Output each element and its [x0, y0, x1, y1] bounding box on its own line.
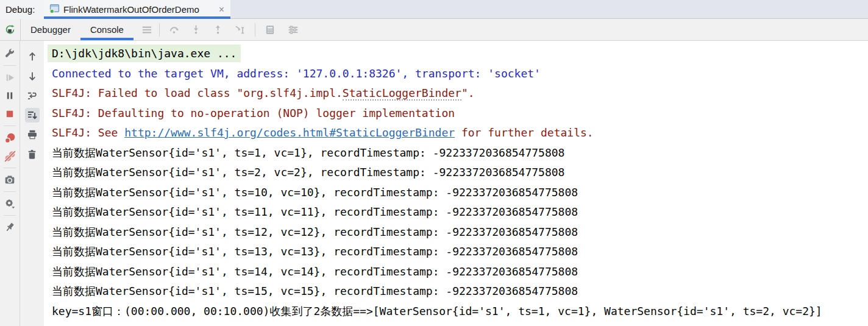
debug-tool-window-header: Debug: FlinkWatermarkOutOfOrderDemo ×: [0, 0, 868, 19]
console-line: key=s1窗口：(00:00.000, 00:10.000)收集到了2条数据=…: [52, 302, 868, 322]
active-tab-underline: [44, 16, 230, 19]
console-text: 当前数据WaterSensor{id='s1', ts=2, vc=2}, re…: [52, 166, 564, 179]
console-line: SLF4J: Failed to load class "org.slf4j.i…: [52, 83, 868, 104]
console-line: 当前数据WaterSensor{id='s1', ts=14, vc=14}, …: [52, 262, 868, 282]
pin-icon[interactable]: [3, 221, 16, 234]
evaluate-expression-icon[interactable]: [261, 21, 279, 38]
step-over-icon[interactable]: [166, 21, 183, 38]
debug-console-tab-icon: [49, 3, 60, 16]
clear-all-icon[interactable]: [25, 147, 40, 161]
separator: [4, 191, 16, 192]
console-output[interactable]: D:\jdk\jdk8\bin\java.exe ...Connected to…: [44, 41, 868, 326]
resume-icon[interactable]: [3, 71, 16, 84]
tab-debugger[interactable]: Debugger: [21, 19, 80, 40]
more-options-icon[interactable]: [138, 21, 155, 38]
scroll-up-icon[interactable]: [25, 49, 40, 64]
gear-icon[interactable]: [3, 197, 16, 210]
console-line: 当前数据WaterSensor{id='s1', ts=11, vc=11}, …: [52, 202, 868, 222]
console-line: SLF4J: Defaulting to no-operation (NOP) …: [52, 104, 868, 124]
debug-session-tab[interactable]: FlinkWatermarkOutOfOrderDemo ×: [44, 0, 230, 19]
tab-console[interactable]: Console: [80, 19, 133, 40]
header-fill: [230, 0, 868, 19]
mute-breakpoints-icon[interactable]: [3, 149, 16, 163]
console-text: SLF4J: Failed to load class "org.slf4j.i…: [52, 87, 343, 99]
console-line: 当前数据WaterSensor{id='s1', ts=12, vc=12}, …: [52, 222, 868, 243]
console-text: D:\jdk\jdk8\bin\java.exe ...: [48, 44, 241, 62]
console-text: SLF4J: See: [52, 126, 124, 139]
console-line: 当前数据WaterSensor{id='s1', ts=13, vc=13}, …: [52, 242, 868, 262]
console-text: 当前数据WaterSensor{id='s1', ts=1, vc=1}, re…: [52, 146, 564, 159]
console-line: SLF4J: See http://www.slf4j.org/codes.ht…: [52, 123, 868, 143]
console-line: 当前数据WaterSensor{id='s1', ts=10, vc=10}, …: [52, 183, 868, 203]
rerun-icon[interactable]: [0, 21, 20, 38]
debug-session-tab-title: FlinkWatermarkOutOfOrderDemo: [63, 4, 199, 15]
view-breakpoints-icon[interactable]: [3, 131, 16, 144]
console-text: 当前数据WaterSensor{id='s1', ts=14, vc=14}, …: [52, 265, 578, 278]
console-action-toolbar: [20, 41, 44, 326]
run-to-cursor-icon[interactable]: [232, 21, 249, 38]
settings-wrench-icon[interactable]: [3, 47, 16, 60]
step-into-icon[interactable]: [188, 21, 205, 38]
debugger-action-toolbar: [0, 41, 20, 326]
separator: [4, 168, 16, 168]
console-text: key=s1窗口：(00:00.000, 00:10.000)收集到了2条数据=…: [52, 305, 822, 317]
toolbar-separator: [159, 23, 160, 37]
console-text: 当前数据WaterSensor{id='s1', ts=10, vc=10}, …: [52, 186, 578, 199]
run-toolbar: Debugger Console: [0, 19, 868, 41]
tool-window-label-area: Debug:: [0, 0, 44, 19]
close-tab-icon[interactable]: ×: [218, 5, 226, 15]
soft-wrap-icon[interactable]: [25, 88, 40, 103]
console-line: D:\jdk\jdk8\bin\java.exe ...: [52, 44, 868, 64]
layout-settings-icon[interactable]: [285, 21, 302, 38]
console-text: 当前数据WaterSensor{id='s1', ts=11, vc=11}, …: [52, 205, 578, 218]
scroll-to-end-icon[interactable]: [25, 108, 40, 122]
toolbar-separator: [255, 23, 255, 37]
console-text: ".: [461, 87, 475, 99]
print-icon[interactable]: [25, 127, 40, 142]
console-text: for further details.: [455, 126, 594, 139]
tab-debugger-label: Debugger: [30, 24, 71, 35]
console-text: 当前数据WaterSensor{id='s1', ts=13, vc=13}, …: [52, 245, 578, 258]
console-line: 当前数据WaterSensor{id='s1', ts=2, vc=2}, re…: [52, 163, 868, 183]
console-line: 当前数据WaterSensor{id='s1', ts=1, vc=1}, re…: [52, 143, 868, 163]
stop-icon[interactable]: [3, 107, 16, 121]
debug-console-body: D:\jdk\jdk8\bin\java.exe ...Connected to…: [0, 41, 868, 326]
console-line: Connected to the target VM, address: '12…: [52, 64, 868, 84]
separator: [4, 215, 16, 216]
scroll-down-icon[interactable]: [25, 69, 40, 83]
debug-label: Debug:: [5, 4, 35, 15]
console-text: 当前数据WaterSensor{id='s1', ts=12, vc=12}, …: [52, 225, 578, 238]
separator: [4, 65, 16, 66]
screenshot-icon[interactable]: [3, 173, 16, 186]
console-text: SLF4J: Defaulting to no-operation (NOP) …: [52, 107, 455, 119]
console-text: Connected to the target VM, address: '12…: [52, 67, 541, 80]
console-text: 当前数据WaterSensor{id='s1', ts=15, vc=15}, …: [52, 285, 578, 297]
tab-console-label: Console: [90, 24, 124, 35]
pause-icon[interactable]: [3, 89, 16, 102]
console-line: 当前数据WaterSensor{id='s1', ts=15, vc=15}, …: [52, 282, 868, 302]
console-hyperlink[interactable]: http://www.slf4j.org/codes.html#StaticLo…: [124, 126, 455, 139]
step-out-icon[interactable]: [210, 21, 227, 38]
separator: [4, 126, 16, 126]
console-text: StaticLoggerBinder: [343, 87, 461, 101]
